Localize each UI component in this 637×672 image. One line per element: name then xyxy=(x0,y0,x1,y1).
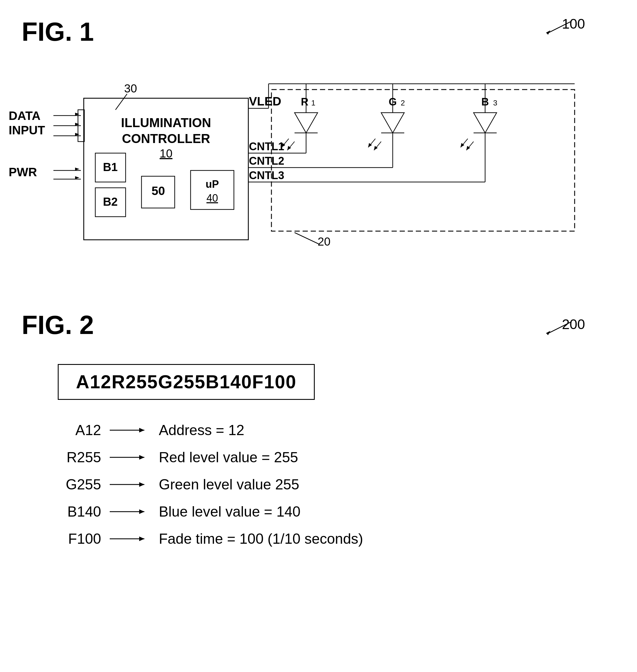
svg-marker-59 xyxy=(139,455,144,460)
ref-20-text: 20 xyxy=(317,235,331,248)
pwr-text: PWR xyxy=(9,165,37,179)
ref-100-label: 100 xyxy=(562,16,585,32)
legend-item-f100: F100 Fade time = 100 (1/10 seconds) xyxy=(52,530,363,547)
legend-arrow-b140-icon xyxy=(107,505,153,519)
data-packet-box: A12R255G255B140F100 xyxy=(58,364,315,400)
svg-marker-34 xyxy=(381,113,404,133)
legend-item-r255: R255 Red level value = 255 xyxy=(52,449,363,466)
svg-marker-10 xyxy=(75,123,79,126)
box-up40-text-up: uP xyxy=(205,178,219,190)
ref-200-area: 200 xyxy=(539,316,585,341)
box-b1-text: B1 xyxy=(103,161,117,173)
cntl2-label-text: CNTL2 xyxy=(249,155,284,167)
legend-arrow-f100-icon xyxy=(107,532,153,546)
svg-marker-61 xyxy=(139,482,144,487)
box-up40-text-40: 40 xyxy=(206,192,218,204)
controller-title-2: CONTROLLER xyxy=(122,131,210,146)
vled-label-text: VLED xyxy=(249,94,281,108)
svg-marker-42 xyxy=(474,113,497,133)
cntl1-label-text: CNTL1 xyxy=(249,140,284,153)
controller-title-1: ILLUMINATION xyxy=(121,116,211,130)
led-g-num: 2 xyxy=(401,99,405,107)
svg-marker-57 xyxy=(139,428,144,432)
svg-marker-11 xyxy=(75,133,79,136)
legend-arrow-a12-icon xyxy=(107,423,153,437)
led-r-num: 1 xyxy=(311,99,315,107)
svg-marker-9 xyxy=(75,113,79,116)
legend-code-r255: R255 xyxy=(52,449,101,466)
legend-desc-r255: Red level value = 255 xyxy=(159,449,298,466)
svg-rect-22 xyxy=(271,90,575,231)
led-r-label: R xyxy=(301,96,308,108)
svg-marker-26 xyxy=(294,113,317,133)
legend-desc-a12: Address = 12 xyxy=(159,422,244,439)
box-b2-text: B2 xyxy=(103,195,117,208)
diagram1-svg: 30 B1 B2 50 uP 40 ILLUMINATION xyxy=(0,43,637,263)
legend-code-f100: F100 xyxy=(52,530,101,547)
legend-desc-b140: Blue level value = 140 xyxy=(159,503,301,520)
controller-number-text: 10 xyxy=(160,147,173,160)
led-b-num: 3 xyxy=(493,99,497,107)
svg-marker-12 xyxy=(75,167,79,171)
fig2-label: FIG. 2 xyxy=(22,312,94,338)
data-input-line2: INPUT xyxy=(9,123,45,137)
ref-200-label: 200 xyxy=(562,316,585,332)
svg-marker-65 xyxy=(139,536,144,541)
ref-100-area: 100 xyxy=(539,16,585,40)
cntl3-label-text: CNTL3 xyxy=(249,169,284,181)
legend-code-a12: A12 xyxy=(52,422,101,439)
legend-arrow-r255-icon xyxy=(107,450,153,464)
svg-line-53 xyxy=(294,233,319,244)
box-50-text: 50 xyxy=(151,184,165,198)
legend-arrow-g255-icon xyxy=(107,477,153,492)
svg-line-2 xyxy=(115,94,127,110)
legend-desc-f100: Fade time = 100 (1/10 seconds) xyxy=(159,530,363,547)
fig1-label: FIG. 1 xyxy=(22,19,94,45)
legend-item-g255: G255 Green level value 255 xyxy=(52,476,363,493)
legend-container: A12 Address = 12 R255 Red level value = … xyxy=(52,422,363,558)
legend-code-b140: B140 xyxy=(52,503,101,520)
ref-30-text: 30 xyxy=(124,82,137,95)
legend-desc-g255: Green level value 255 xyxy=(159,476,299,493)
legend-code-g255: G255 xyxy=(52,476,101,493)
svg-marker-63 xyxy=(139,509,144,514)
page-container: 100 FIG. 1 30 B1 B2 50 xyxy=(0,0,637,672)
legend-item-a12: A12 Address = 12 xyxy=(52,422,363,439)
data-input-line1: DATA xyxy=(9,109,40,123)
legend-item-b140: B140 Blue level value = 140 xyxy=(52,503,363,520)
svg-marker-13 xyxy=(75,176,79,179)
data-packet-text: A12R255G255B140F100 xyxy=(76,372,296,392)
